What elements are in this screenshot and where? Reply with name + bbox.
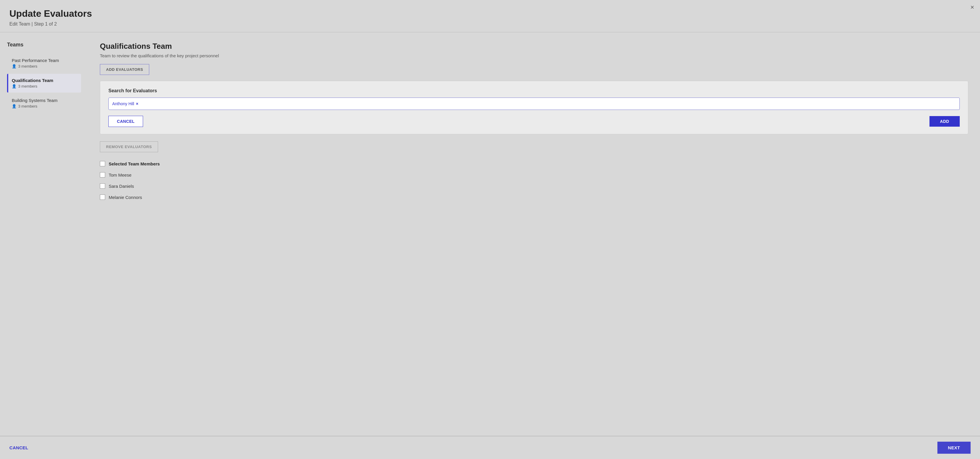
sidebar-item-building-systems[interactable]: Building Systems Team 👤 3 members: [7, 94, 81, 113]
remove-evaluators-button[interactable]: REMOVE EVALUATORS: [100, 141, 158, 152]
person-icon-qual: 👤: [12, 84, 16, 88]
checkbox-tom-meese[interactable]: [100, 172, 105, 177]
search-tag-anthony-hill: Anthony Hill ×: [112, 101, 138, 106]
right-panel: Qualifications Team Team to review the q…: [88, 32, 980, 436]
members-count-qual: 3 members: [18, 84, 37, 88]
search-label: Search for Evaluators: [108, 88, 960, 94]
member-list: Selected Team Members Tom Meese Sara Dan…: [100, 158, 968, 203]
person-icon-past: 👤: [12, 64, 16, 69]
selected-team-members-label: Selected Team Members: [109, 161, 160, 166]
search-container: Search for Evaluators Anthony Hill × CAN…: [100, 81, 968, 134]
checkbox-melanie-connors[interactable]: [100, 194, 105, 200]
sidebar-item-qualifications[interactable]: Qualifications Team 👤 3 members: [7, 74, 81, 92]
members-count-past: 3 members: [18, 64, 37, 69]
close-button[interactable]: ×: [970, 3, 974, 11]
footer: CANCEL NEXT: [0, 436, 980, 459]
list-item-tom-meese: Tom Meese: [100, 169, 968, 180]
add-evaluators-button[interactable]: ADD EVALUATORS: [100, 64, 149, 75]
list-item-sara-daniels: Sara Daniels: [100, 180, 968, 191]
search-actions: CANCEL ADD: [108, 116, 960, 127]
team-name-past-performance: Past Performance Team: [12, 58, 76, 63]
checkbox-selected-all[interactable]: [100, 161, 105, 166]
panel-description: Team to review the qualifications of the…: [100, 53, 968, 58]
team-name-qualifications: Qualifications Team: [12, 78, 76, 83]
search-cancel-button[interactable]: CANCEL: [108, 116, 143, 127]
member-name-tom: Tom Meese: [109, 172, 132, 177]
step-subtitle: Edit Team | Step 1 of 2: [10, 21, 970, 27]
person-icon-building: 👤: [12, 104, 16, 108]
list-item-melanie-connors: Melanie Connors: [100, 191, 968, 203]
members-count-building: 3 members: [18, 104, 37, 108]
sidebar: Teams Past Performance Team 👤 3 members …: [0, 32, 88, 436]
sidebar-title: Teams: [7, 42, 81, 48]
panel-title: Qualifications Team: [100, 42, 968, 51]
page-title: Update Evaluators: [10, 8, 970, 19]
checkbox-sara-daniels[interactable]: [100, 183, 105, 189]
member-name-melanie: Melanie Connors: [109, 195, 142, 200]
footer-cancel-button[interactable]: CANCEL: [10, 445, 28, 450]
search-input-wrapper[interactable]: Anthony Hill ×: [108, 97, 960, 110]
footer-next-button[interactable]: NEXT: [937, 441, 970, 454]
member-name-sara: Sara Daniels: [109, 184, 134, 189]
sidebar-item-past-performance[interactable]: Past Performance Team 👤 3 members: [7, 54, 81, 73]
tag-remove-icon[interactable]: ×: [136, 102, 138, 106]
search-add-button[interactable]: ADD: [929, 116, 960, 127]
list-item-header: Selected Team Members: [100, 158, 968, 169]
team-name-building: Building Systems Team: [12, 98, 76, 103]
tag-name: Anthony Hill: [112, 101, 134, 106]
